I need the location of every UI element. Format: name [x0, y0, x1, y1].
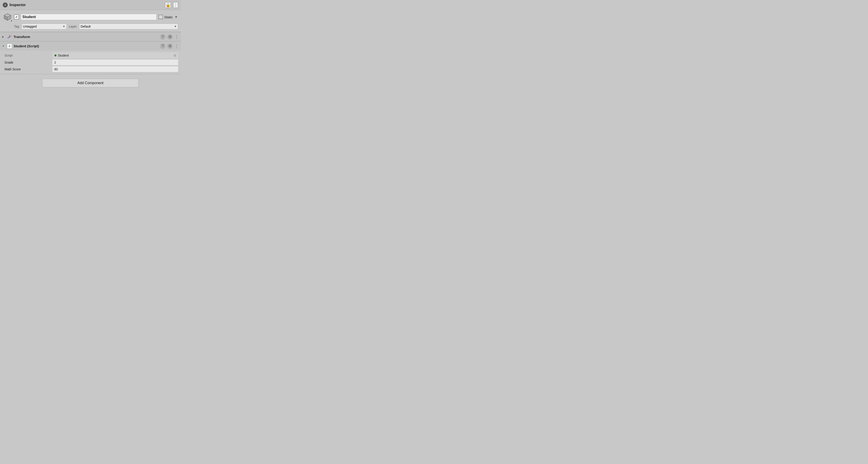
- student-script-name: Student (Script): [13, 44, 160, 48]
- transform-component: ▶ Transform ? ⚙: [0, 32, 181, 41]
- static-area: Static ▼: [158, 15, 178, 19]
- tag-label: Tag: [14, 25, 19, 28]
- grade-field-label: Grade: [3, 61, 53, 64]
- math-score-field-row: Math Score: [3, 66, 178, 72]
- target-icon[interactable]: ⊙: [174, 54, 176, 57]
- student-script-actions: ? ⚙ ⋮: [160, 44, 179, 49]
- transform-expand-arrow: ▶: [2, 35, 5, 38]
- layer-select[interactable]: Default TransparentFX Ignore Raycast Wat…: [79, 24, 178, 29]
- lock-button[interactable]: 🔒: [165, 2, 171, 8]
- layer-select-wrapper: Default TransparentFX Ignore Raycast Wat…: [79, 24, 178, 29]
- gameobject-name-input[interactable]: [21, 14, 157, 20]
- layer-label: Layer: [69, 25, 77, 28]
- header-left: i Inspector: [3, 2, 26, 7]
- static-checkbox[interactable]: [158, 15, 163, 19]
- transform-icon: [7, 34, 12, 39]
- tag-select-wrapper: Untagged Respawn Finish EditorOnly MainC…: [22, 24, 67, 29]
- gameobject-name-row: ▼ ✓ Static ▼: [3, 12, 178, 22]
- grade-field-row: Grade: [3, 59, 178, 66]
- transform-settings-button[interactable]: ⚙: [167, 34, 173, 39]
- header-menu-button[interactable]: ⋮: [173, 2, 178, 8]
- inspector-header: i Inspector 🔒 ⋮: [0, 0, 181, 10]
- student-settings-button[interactable]: ⚙: [167, 44, 173, 49]
- cube-icon[interactable]: ▼: [3, 12, 12, 22]
- static-dropdown-button[interactable]: ▼: [174, 15, 178, 19]
- inspector-title: Inspector: [9, 3, 26, 7]
- student-script-header[interactable]: ▼ # Student (Script) ? ⚙ ⋮: [0, 41, 181, 51]
- script-field-value[interactable]: ⬟ Student ⊙: [53, 52, 178, 59]
- add-component-section: Add Component: [0, 74, 181, 92]
- add-component-button[interactable]: Add Component: [42, 79, 139, 87]
- checkmark: ✓: [15, 15, 18, 19]
- grade-field-input[interactable]: [53, 59, 178, 65]
- script-ref-name: Student: [58, 54, 172, 57]
- transform-help-button[interactable]: ?: [160, 34, 165, 39]
- active-checkbox[interactable]: ✓: [14, 14, 19, 20]
- inspector-panel: i Inspector 🔒 ⋮ ▼ ✓: [0, 0, 181, 92]
- student-script-component: ▼ # Student (Script) ? ⚙ ⋮ Script ⬟ Stud…: [0, 41, 181, 74]
- info-icon: i: [3, 2, 8, 7]
- script-icon: #: [7, 44, 12, 49]
- transform-actions: ? ⚙ ⋮: [160, 34, 179, 39]
- transform-component-name: Transform: [13, 35, 160, 39]
- transform-component-header[interactable]: ▶ Transform ? ⚙: [0, 32, 181, 41]
- script-icon-box: #: [7, 44, 12, 49]
- student-script-expand-arrow: ▼: [2, 45, 5, 47]
- cube-dropdown-arrow[interactable]: ▼: [10, 20, 13, 22]
- header-right: 🔒 ⋮: [165, 2, 178, 8]
- script-field-row: Script ⬟ Student ⊙: [3, 52, 178, 59]
- student-help-button[interactable]: ?: [160, 44, 165, 49]
- tag-layer-row: Tag Untagged Respawn Finish EditorOnly M…: [14, 24, 178, 29]
- script-field-label: Script: [3, 54, 53, 57]
- static-label: Static: [164, 15, 173, 19]
- math-score-field-input[interactable]: [53, 66, 178, 72]
- gameobject-section: ▼ ✓ Static ▼ Tag Untagged Respawn: [0, 10, 181, 32]
- script-small-icon: ⬟: [54, 54, 57, 57]
- student-menu-button[interactable]: ⋮: [175, 44, 179, 49]
- student-script-content: Script ⬟ Student ⊙ Grade Math Score: [0, 51, 181, 74]
- math-score-field-label: Math Score: [3, 67, 53, 71]
- transform-menu-button[interactable]: ⋮: [175, 34, 179, 39]
- tag-select[interactable]: Untagged Respawn Finish EditorOnly MainC…: [22, 24, 67, 29]
- svg-marker-9: [9, 35, 10, 35]
